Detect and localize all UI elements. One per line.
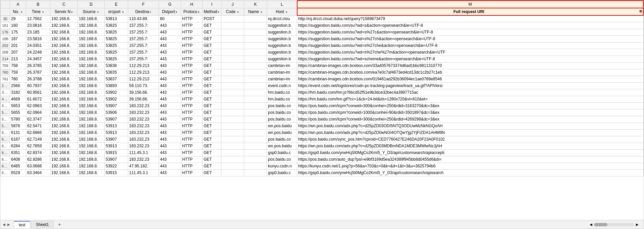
cell-server[interactable]: 192.168.8. (50, 129, 78, 136)
cell-srcport[interactable]: 53902 (105, 96, 128, 102)
cell-uri[interactable]: https://cambrian-images.cdn.bcebos.com/e… (297, 69, 644, 76)
col-letter-l[interactable]: L (267, 1, 297, 8)
cell-code[interactable] (221, 156, 244, 163)
cell-method[interactable]: GET (203, 62, 221, 69)
row-number[interactable]: 5781 (1, 116, 10, 123)
cell-protocol[interactable]: HTTP (181, 15, 203, 22)
scroll-right-icon[interactable]: ▶ (6, 223, 11, 226)
cell-no[interactable]: 5780 (10, 116, 26, 123)
cell-srcport[interactable]: 53913 (105, 129, 128, 136)
row-number[interactable]: 214 (1, 56, 10, 62)
cell-srcport[interactable]: 53915 (105, 149, 128, 156)
cell-uri[interactable]: https://wn.pos.baidu.com/adx.php?c=d25pZ… (297, 123, 644, 129)
cell-code[interactable] (221, 123, 244, 129)
cell-protocol[interactable]: HTTP (181, 169, 203, 176)
cell-method[interactable]: GET (203, 35, 221, 42)
col-letter-d[interactable]: D (78, 1, 105, 8)
table-row[interactable]: 76075926.3787192.168.8.192.168.8.5383511… (1, 69, 644, 76)
row-number[interactable]: 5654 (1, 102, 10, 109)
cell-server[interactable]: 192.168.8. (50, 123, 78, 129)
cell-time[interactable]: 62.6966 (26, 129, 50, 136)
cell-host[interactable]: kunyu.csdn.n (267, 163, 297, 169)
cell-protocol[interactable]: HTTP (181, 102, 203, 109)
cell-destina[interactable]: 183.232.23 (128, 143, 159, 149)
cell-time[interactable]: 60.7937 (26, 82, 50, 89)
cell-uri[interactable]: https://cambrian-images.cdn.bcebos.com/0… (297, 76, 644, 82)
cell-time[interactable]: 24.2248 (26, 49, 50, 56)
cell-source[interactable]: 192.168.8. (78, 96, 105, 102)
cell-no[interactable]: 5876 (10, 123, 26, 129)
table-row[interactable]: 75975826.3785192.168.8.192.168.8.5383611… (1, 62, 644, 69)
row-number[interactable]: 6486 (1, 163, 10, 169)
cell-method[interactable]: GET (203, 169, 221, 176)
cell-destina[interactable]: 39.156.66. (128, 89, 159, 96)
cell-dstport[interactable]: 443 (159, 62, 181, 69)
cell-server[interactable]: 192.168.8. (50, 49, 78, 56)
cell-name[interactable] (244, 143, 267, 149)
cell-no[interactable]: 759 (10, 69, 26, 76)
cell-dstport[interactable]: 443 (159, 56, 181, 62)
row-number[interactable]: 2567 (1, 82, 10, 89)
cell-destina[interactable]: 183.232.23 (128, 116, 159, 123)
cell-destina[interactable]: 39.156.66. (128, 96, 159, 102)
cell-server[interactable]: 192.168.8. (50, 102, 78, 109)
cell-host[interactable]: pos.baidu.co (267, 156, 297, 163)
table-row[interactable]: 20820724.2248192.168.8.192.168.8.5382515… (1, 49, 644, 56)
cell-method[interactable]: GET (203, 96, 221, 102)
cell-host[interactable]: suggestion.b (267, 42, 297, 49)
table-row[interactable]: 6285628462.7859192.168.8.192.168.8.53913… (1, 143, 644, 149)
cell-code[interactable] (221, 163, 244, 169)
row-number[interactable]: 4670 (1, 96, 10, 102)
cell-srcport[interactable]: 53837 (105, 76, 128, 82)
cell-destina[interactable]: 183.232.23 (128, 123, 159, 129)
cell-uri[interactable]: https://suggestion.baidu.com/su?wd=s%27c… (297, 49, 644, 56)
cell-no[interactable]: 6351 (10, 149, 26, 156)
cell-protocol[interactable]: HTTP (181, 129, 203, 136)
cell-server[interactable]: 192.168.8. (50, 56, 78, 62)
cell-time[interactable]: 62.0964 (26, 109, 50, 116)
cell-uri[interactable]: https://event.csdn.net/logstores/csdn-pc… (297, 82, 644, 89)
cell-source[interactable]: 192.168.8. (78, 149, 105, 156)
cell-server[interactable]: 192.168.8. (50, 22, 78, 29)
cell-protocol[interactable]: HTTP (181, 96, 203, 102)
cell-source[interactable]: 192.168.8. (78, 15, 105, 22)
table-row[interactable]: 18818723.5816192.168.8.192.168.8.5382515… (1, 35, 644, 42)
cell-protocol[interactable]: HTTP (181, 76, 203, 82)
cell-time[interactable]: 60.9561 (26, 89, 50, 96)
cell-method[interactable]: POST (203, 15, 221, 22)
cell-host[interactable]: pos.baidu.co (267, 136, 297, 143)
cell-protocol[interactable]: HTTP (181, 123, 203, 129)
cell-host[interactable]: suggestion.b (267, 35, 297, 42)
cell-srcport[interactable]: 53825 (105, 35, 128, 42)
cell-protocol[interactable]: HTTP (181, 69, 203, 76)
table-row[interactable]: 6132613162.6966192.168.8.192.168.8.53913… (1, 129, 644, 136)
cell-srcport[interactable]: 53907 (105, 102, 128, 109)
cell-source[interactable]: 192.168.8. (78, 102, 105, 109)
cell-host[interactable]: hm.baidu.co (267, 89, 297, 96)
table-row[interactable]: 20220124.0351192.168.8.192.168.8.5382515… (1, 42, 644, 49)
cell-name[interactable] (244, 136, 267, 143)
cell-method[interactable]: GET (203, 149, 221, 156)
cell-code[interactable] (221, 129, 244, 136)
cell-source[interactable]: 192.168.8. (78, 49, 105, 56)
cell-source[interactable]: 192.168.8. (78, 89, 105, 96)
cell-srcport[interactable]: 53906 (105, 109, 128, 116)
cell-uri[interactable]: https://pos.baidu.com/lcpm?conwid=300&co… (297, 116, 644, 123)
cell-no[interactable]: 6187 (10, 136, 26, 143)
cell-no[interactable]: 3182 (10, 89, 26, 96)
table-row[interactable]: 76176026.3788192.168.8.192.168.8.5383711… (1, 76, 644, 82)
col-header-name[interactable]: Name ▼ (244, 8, 267, 15)
cell-dstport[interactable]: 443 (159, 49, 181, 56)
cell-method[interactable]: GET (203, 163, 221, 169)
cell-destina[interactable]: 157.255.7: (128, 22, 159, 29)
cell-server[interactable]: 192.168.8. (50, 62, 78, 69)
cell-method[interactable]: GET (203, 129, 221, 136)
cell-source[interactable]: 192.168.8. (78, 56, 105, 62)
row-number[interactable]: 6188 (1, 136, 10, 143)
cell-no[interactable]: 4669 (10, 96, 26, 102)
cell-host[interactable]: hm.baidu.co (267, 96, 297, 102)
cell-srcport[interactable]: 53825 (105, 56, 128, 62)
cell-dstport[interactable]: 443 (159, 169, 181, 176)
hscroll-left-btn[interactable]: ◀ (589, 223, 593, 226)
cell-destina[interactable]: 110.43.89. (128, 15, 159, 22)
